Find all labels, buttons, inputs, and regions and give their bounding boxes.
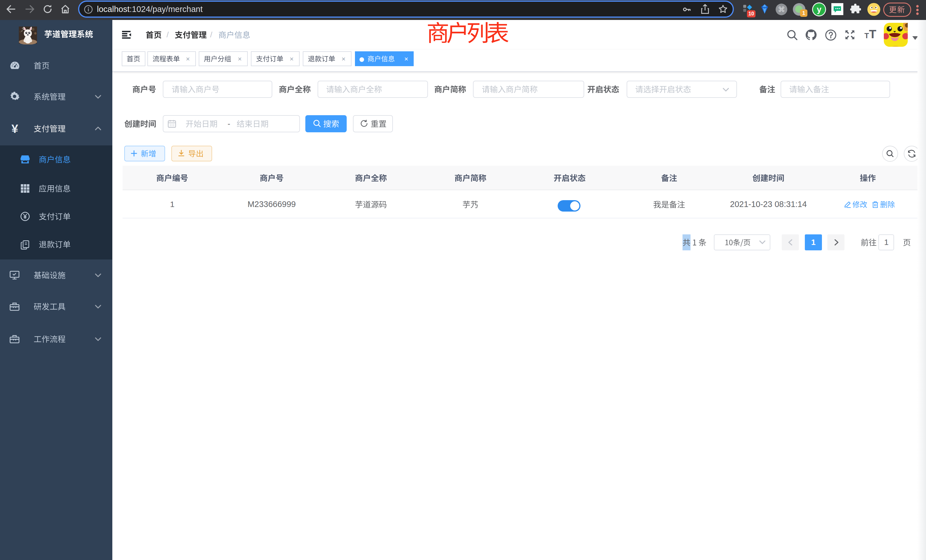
svg-text:⌘: ⌘ (778, 5, 785, 14)
svg-text:y: y (817, 5, 822, 14)
